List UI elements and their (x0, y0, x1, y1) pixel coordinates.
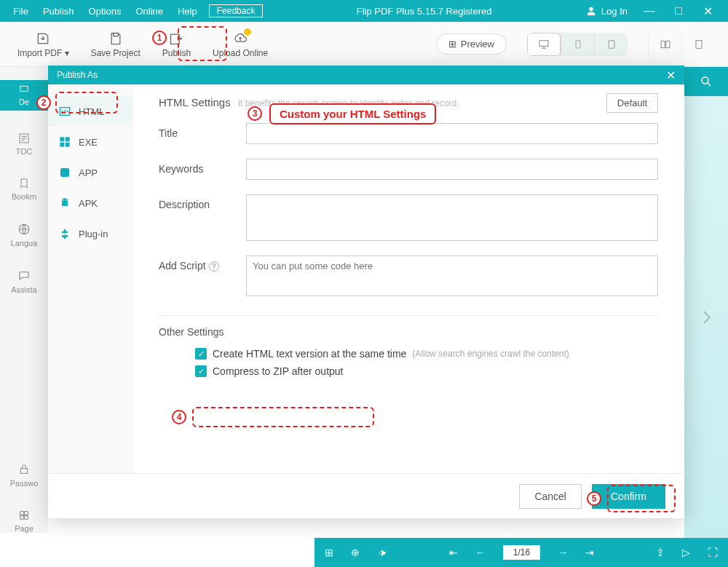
label-title: Title (159, 123, 246, 139)
label-description: Description (159, 194, 246, 210)
share-icon[interactable]: ⇪ (656, 547, 665, 558)
publish-type-plugin[interactable]: Plug-in (48, 218, 132, 249)
help-icon[interactable]: ? (209, 261, 219, 271)
device-group (527, 33, 628, 56)
svg-rect-1 (113, 33, 118, 36)
modal-close-icon[interactable]: ✕ (666, 68, 676, 82)
toolbar: Import PDF ▾ Save Project Publish Upload… (0, 22, 728, 67)
feedback-button[interactable]: Feedback (209, 4, 264, 17)
user-icon (585, 5, 597, 17)
svg-rect-10 (20, 469, 27, 474)
svg-rect-18 (66, 137, 70, 141)
save-icon (108, 31, 123, 47)
login-button[interactable]: Log In (585, 5, 628, 17)
svg-rect-21 (60, 168, 69, 177)
preview-button[interactable]: ⊞ Preview (436, 33, 507, 55)
next-page-icon[interactable]: → (558, 547, 568, 558)
exe-icon (58, 135, 71, 148)
app-title: Flip PDF Plus 5.15.7 Registered (263, 6, 585, 17)
svg-rect-13 (20, 516, 24, 520)
plugin-icon (58, 227, 71, 240)
app-icon (58, 166, 71, 179)
nav-bookmark[interactable]: Bookm (12, 178, 36, 201)
menu-help[interactable]: Help (170, 6, 205, 17)
prev-page-icon[interactable]: ← (475, 547, 486, 558)
maximize-button[interactable]: □ (664, 4, 693, 17)
callout-num-5: 5 (587, 491, 601, 506)
svg-point-22 (63, 199, 63, 200)
upload-online-button[interactable]: Upload Online (208, 28, 272, 61)
device-desktop[interactable] (527, 33, 561, 56)
input-addscript[interactable] (246, 255, 658, 296)
callout-num-1: 1 (152, 31, 167, 45)
preview-icon: ⊞ (448, 39, 456, 49)
publish-icon (168, 31, 184, 47)
upload-icon (232, 31, 249, 47)
svg-rect-5 (608, 40, 614, 48)
nav-page[interactable]: Page (15, 509, 33, 533)
book-open-icon[interactable] (648, 33, 681, 56)
svg-point-0 (589, 7, 593, 11)
autoflip-icon[interactable]: ▷ (682, 547, 690, 558)
menu-options[interactable]: Options (82, 6, 129, 17)
publish-type-apk[interactable]: APK (48, 188, 132, 218)
zoom-icon[interactable]: ⊕ (351, 547, 360, 558)
sound-icon[interactable]: 🕩 (377, 547, 387, 558)
svg-rect-12 (25, 512, 28, 515)
menu-online[interactable]: Online (128, 6, 170, 17)
first-page-icon[interactable]: ⇤ (449, 547, 458, 558)
svg-rect-2 (171, 34, 180, 44)
device-tablet[interactable] (594, 33, 628, 56)
save-label: Save Project (91, 48, 141, 58)
input-title[interactable] (246, 123, 658, 144)
input-keywords[interactable] (246, 159, 658, 180)
minimize-button[interactable]: — (635, 4, 664, 17)
import-label: Import PDF ▾ (17, 48, 69, 58)
page-next-arrow[interactable] (684, 96, 728, 538)
login-label: Log In (601, 6, 628, 17)
html-settings-heading: HTML Settings (159, 96, 231, 108)
other-settings-heading: Other Settings (159, 326, 658, 338)
close-button[interactable]: ✕ (693, 4, 722, 18)
publish-type-html[interactable]: HTML (48, 96, 132, 127)
checkbox-compress-zip[interactable]: ✓ Compress to ZIP after output (195, 365, 658, 377)
device-phone[interactable] (561, 33, 594, 56)
nav-assistant[interactable]: Assista (11, 269, 36, 294)
publish-type-app[interactable]: APP (48, 157, 132, 188)
preview-label: Preview (461, 39, 494, 49)
left-nav: De TOC Bookm Langua Assista Passwo Page (0, 67, 48, 533)
search-panel-icon[interactable] (684, 67, 728, 96)
svg-rect-20 (66, 143, 70, 147)
checkbox-html-text-version[interactable]: ✓ Create HTML text version at the same t… (195, 348, 658, 360)
thumbnails-icon[interactable]: ⊞ (325, 547, 333, 558)
confirm-button[interactable]: Confirm (592, 484, 665, 509)
import-pdf-button[interactable]: Import PDF ▾ (13, 28, 74, 61)
save-project-button[interactable]: Save Project (87, 28, 145, 61)
svg-rect-11 (20, 512, 24, 515)
menubar: File Publish Options Online Help Feedbac… (0, 0, 728, 22)
callout-num-2: 2 (36, 95, 51, 110)
nav-toc[interactable]: TOC (15, 132, 32, 156)
publish-label: Publish (162, 48, 191, 58)
menu-file[interactable]: File (6, 6, 36, 17)
svg-rect-14 (25, 516, 28, 520)
svg-rect-4 (576, 41, 580, 48)
book-single-icon[interactable] (681, 33, 715, 56)
last-page-icon[interactable]: ⇥ (585, 547, 594, 558)
callout-num-4: 4 (172, 410, 186, 424)
page-indicator[interactable]: 1/16 (503, 545, 540, 560)
svg-rect-19 (60, 143, 64, 147)
fullscreen-icon[interactable]: ⛶ (708, 547, 718, 558)
svg-rect-3 (539, 40, 548, 46)
nav-password[interactable]: Passwo (10, 463, 39, 488)
menu-publish[interactable]: Publish (36, 6, 82, 17)
book-view-group (648, 33, 715, 56)
modal-header: Publish As ✕ (48, 66, 684, 84)
label-addscript: Add Script? (159, 255, 246, 271)
svg-point-23 (66, 199, 66, 200)
publish-type-exe[interactable]: EXE (48, 127, 132, 157)
nav-language[interactable]: Langua (11, 223, 38, 247)
cancel-button[interactable]: Cancel (519, 484, 582, 509)
default-button[interactable]: Default (606, 93, 658, 113)
input-description[interactable] (246, 194, 658, 241)
